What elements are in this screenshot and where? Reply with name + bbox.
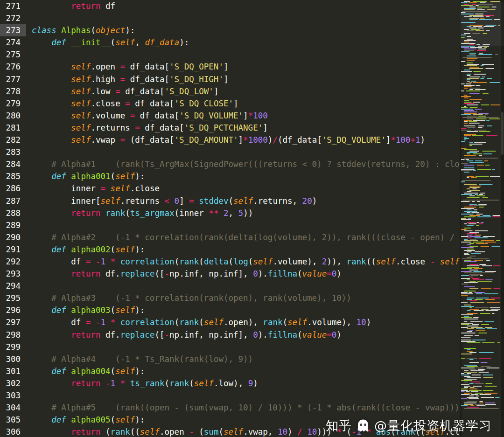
code-line[interactable]: 272 bbox=[0, 12, 460, 24]
code-token: # Alpha#1 (rank(Ts_ArgMax(SignedPower(((… bbox=[51, 160, 460, 169]
minimap-canvas[interactable] bbox=[460, 0, 504, 437]
code-area[interactable]: 271 return df272273class Alphas(object):… bbox=[0, 0, 460, 437]
code-line[interactable]: 299 bbox=[0, 341, 460, 353]
code-line[interactable]: 306 return (rank((self.open - (sum(self.… bbox=[0, 426, 460, 437]
line-number[interactable]: 283 bbox=[0, 146, 26, 158]
line-number[interactable]: 276 bbox=[0, 61, 26, 73]
code-token bbox=[32, 379, 71, 388]
line-number[interactable]: 296 bbox=[0, 304, 26, 316]
code-line[interactable]: 296 def alpha003(self): bbox=[0, 304, 460, 316]
code-line[interactable]: 298 return df.replace([-np.inf, np.inf],… bbox=[0, 329, 460, 341]
code-line[interactable]: 275 bbox=[0, 49, 460, 61]
code-line[interactable]: 286 inner = self.close bbox=[0, 182, 460, 194]
code-line[interactable]: 288 return rank(ts_argmax(inner ** 2, 5)… bbox=[0, 207, 460, 219]
scrollbar-thumb[interactable] bbox=[501, 112, 504, 155]
code-line[interactable]: 289 bbox=[0, 219, 460, 231]
code-line[interactable]: 274 def __init__(self, df_data): bbox=[0, 36, 460, 49]
code-line[interactable]: 276 self.open = df_data['S_DQ_OPEN'] bbox=[0, 61, 460, 73]
code-line[interactable]: 283 bbox=[0, 146, 460, 158]
code-token: ] bbox=[214, 87, 219, 96]
line-number[interactable]: 279 bbox=[0, 97, 26, 110]
line-number[interactable]: 285 bbox=[0, 170, 26, 182]
line-number[interactable]: 282 bbox=[0, 134, 26, 146]
line-number[interactable]: 301 bbox=[0, 365, 26, 377]
code-line[interactable]: 282 self.vwap = (df_data['S_DQ_AMOUNT']*… bbox=[0, 134, 460, 146]
line-number[interactable]: 303 bbox=[0, 389, 26, 402]
line-number[interactable]: 306 bbox=[0, 426, 26, 437]
line-number[interactable]: 305 bbox=[0, 414, 26, 426]
code-token: ( bbox=[229, 257, 234, 266]
line-number[interactable]: 300 bbox=[0, 353, 26, 365]
code-token: self bbox=[115, 305, 135, 315]
code-line[interactable]: 301 def alpha004(self): bbox=[0, 365, 460, 377]
code-line[interactable]: 277 self.high = df_data['S_DQ_HIGH'] bbox=[0, 73, 460, 85]
code-token bbox=[194, 196, 199, 206]
code-line[interactable]: 290 # Alpha#2 (-1 * correlation(rank(del… bbox=[0, 231, 460, 243]
line-number[interactable]: 280 bbox=[0, 110, 26, 122]
editor-pane[interactable]: 271 return df272273class Alphas(object):… bbox=[0, 0, 460, 437]
code-line[interactable]: 281 self.returns = df_data['S_DQ_PCTCHAN… bbox=[0, 122, 460, 134]
code-line[interactable]: 297 df = -1 * correlation(rank(self.open… bbox=[0, 316, 460, 328]
minimap[interactable] bbox=[460, 0, 504, 437]
code-token: 1 bbox=[101, 318, 106, 327]
line-number[interactable]: 284 bbox=[0, 158, 26, 170]
line-number[interactable]: 298 bbox=[0, 329, 26, 341]
line-number[interactable]: 273 bbox=[0, 24, 26, 36]
line-number[interactable]: 271 bbox=[0, 0, 26, 12]
code-line[interactable]: 287 inner[self.returns < 0] = stddev(sel… bbox=[0, 195, 460, 207]
line-number[interactable]: 299 bbox=[0, 341, 26, 353]
code-line-text: self.high = df_data['S_DQ_HIGH'] bbox=[26, 73, 460, 85]
code-line[interactable]: 304 # Alpha#5 (rank((open - (sum(vwap, 1… bbox=[0, 402, 460, 414]
code-line[interactable]: 284 # Alpha#1 (rank(Ts_ArgMax(SignedPowe… bbox=[0, 158, 460, 170]
code-line[interactable]: 293 return df.replace([-np.inf, np.inf],… bbox=[0, 268, 460, 280]
code-line[interactable]: 271 return df bbox=[0, 0, 460, 12]
line-number[interactable]: 286 bbox=[0, 182, 26, 194]
code-token: self bbox=[204, 318, 224, 327]
code-line[interactable]: 295 # Alpha#3 (-1 * correlation(rank(ope… bbox=[0, 292, 460, 304]
code-line-text bbox=[26, 389, 460, 402]
line-number[interactable]: 289 bbox=[0, 219, 26, 231]
code-token bbox=[218, 208, 224, 218]
code-line[interactable]: 280 self.volume = df_data['S_DQ_VOLUME']… bbox=[0, 110, 460, 122]
code-token bbox=[105, 318, 111, 327]
code-line[interactable]: 302 return -1 * ts_rank(rank(self.low), … bbox=[0, 377, 460, 389]
code-line[interactable]: 291 def alpha002(self): bbox=[0, 243, 460, 256]
line-number[interactable]: 288 bbox=[0, 207, 26, 219]
line-number[interactable]: 292 bbox=[0, 256, 26, 268]
line-number[interactable]: 294 bbox=[0, 280, 26, 292]
line-number[interactable]: 295 bbox=[0, 292, 26, 304]
code-token: .returns, bbox=[253, 196, 302, 206]
code-token: self bbox=[115, 245, 135, 254]
line-number[interactable]: 302 bbox=[0, 377, 26, 389]
line-number[interactable]: 291 bbox=[0, 243, 26, 256]
line-number[interactable]: 272 bbox=[0, 12, 26, 24]
code-line[interactable]: 285 def alpha001(self): bbox=[0, 170, 460, 182]
code-token bbox=[125, 379, 130, 388]
code-line[interactable]: 278 self.low = df_data['S_DQ_LOW'] bbox=[0, 85, 460, 97]
line-number[interactable]: 278 bbox=[0, 85, 26, 97]
code-token: (df_data[ bbox=[278, 135, 322, 145]
code-line[interactable]: 273class Alphas(object): bbox=[0, 24, 460, 36]
code-line[interactable]: 303 bbox=[0, 389, 460, 402]
code-token: , bbox=[135, 38, 145, 47]
code-token: rank bbox=[396, 427, 415, 437]
code-token: self bbox=[71, 99, 91, 108]
code-line[interactable]: 294 bbox=[0, 280, 460, 292]
line-number[interactable]: 275 bbox=[0, 49, 26, 61]
line-number[interactable]: 277 bbox=[0, 73, 26, 85]
code-token: = bbox=[86, 318, 91, 327]
line-number[interactable]: 297 bbox=[0, 316, 26, 328]
code-line[interactable]: 292 df = -1 * correlation(rank(delta(log… bbox=[0, 256, 460, 268]
line-number[interactable]: 274 bbox=[0, 36, 26, 49]
code-line[interactable]: 300 # Alpha#4 (-1 * Ts_Rank(rank(low), 9… bbox=[0, 353, 460, 365]
code-line[interactable]: 279 self.close = df_data['S_DQ_CLOSE'] bbox=[0, 97, 460, 110]
line-number[interactable]: 293 bbox=[0, 268, 26, 280]
line-number[interactable]: 304 bbox=[0, 402, 26, 414]
code-token: self bbox=[71, 87, 91, 96]
line-number[interactable]: 287 bbox=[0, 195, 26, 207]
code-line[interactable]: 305 def alpha005(self): bbox=[0, 414, 460, 426]
line-number[interactable]: 290 bbox=[0, 231, 26, 243]
code-token: ( bbox=[342, 427, 351, 437]
line-number[interactable]: 281 bbox=[0, 122, 26, 134]
vertical-scrollbar[interactable] bbox=[501, 0, 504, 437]
